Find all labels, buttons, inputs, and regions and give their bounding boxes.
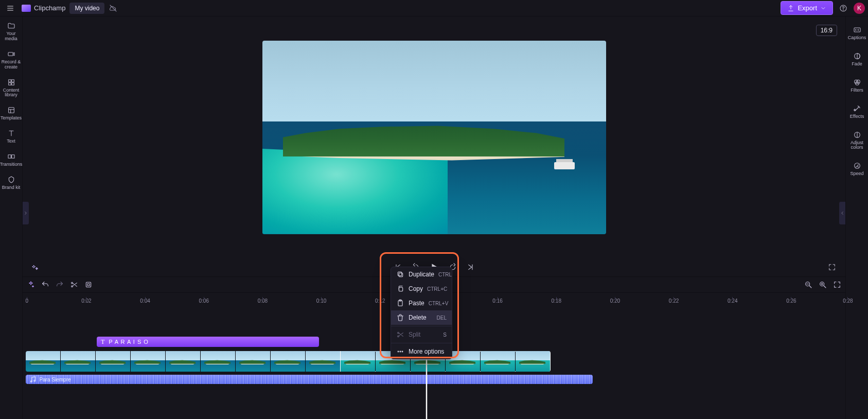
right-rail-adjust[interactable]: Adjust colors <box>846 130 868 152</box>
project-title[interactable]: My video <box>69 3 104 14</box>
ruler-tick: 0:02 <box>81 293 91 306</box>
right-sidebar: CaptionsFadeFiltersEffectsAdjust colorsS… <box>845 16 868 419</box>
svg-rect-33 <box>398 272 401 275</box>
adjust-icon <box>853 131 861 139</box>
audio-clip[interactable]: Para Siempre <box>26 375 593 384</box>
copy-icon <box>396 285 404 293</box>
video-clip[interactable] <box>26 351 341 372</box>
music-icon <box>29 375 37 383</box>
rail-label: Adjust colors <box>846 141 868 151</box>
ruler-tick: 0 <box>26 293 29 306</box>
ctx-delete[interactable]: DeleteDEL <box>391 310 452 325</box>
help-button[interactable] <box>837 2 849 14</box>
left-rail-templates[interactable]: Templates <box>0 105 22 122</box>
redo-button <box>56 281 64 289</box>
left-rail-brand[interactable]: Brand kit <box>0 174 22 191</box>
right-rail-cc[interactable]: Captions <box>846 25 868 42</box>
video-track[interactable] <box>26 351 551 372</box>
right-rail-filters[interactable]: Filters <box>846 77 868 94</box>
right-rail-effects[interactable]: Effects <box>846 103 868 120</box>
skip-end-button[interactable] <box>465 262 475 272</box>
cloud-off-icon <box>109 4 118 13</box>
video-preview[interactable] <box>262 41 606 234</box>
right-rail-speed[interactable]: Speed <box>846 161 868 178</box>
folder-icon <box>7 22 15 30</box>
right-rail-fade[interactable]: Fade <box>846 51 868 68</box>
svg-rect-21 <box>86 282 91 287</box>
export-button[interactable]: Export <box>781 1 833 15</box>
ctx-shortcut: S <box>443 332 447 338</box>
ruler-tick: 0:08 <box>258 293 268 306</box>
ruler-tick: 0:18 <box>552 293 561 306</box>
brand: Clipchamp <box>22 4 65 12</box>
ctx-shortcut: CTRL+D <box>438 272 452 277</box>
left-rail-text[interactable]: Text <box>0 128 22 145</box>
left-sidebar: Your mediaRecord & createContent library… <box>0 16 23 419</box>
cc-icon <box>853 26 861 34</box>
video-thumb <box>26 351 61 372</box>
rail-label: Filters <box>851 88 863 93</box>
ruler-tick: 0:12 <box>375 293 385 306</box>
ctx-label: More options <box>409 348 444 355</box>
ctx-shortcut: CTRL+C <box>427 286 447 292</box>
rail-label: Brand kit <box>2 185 21 190</box>
menu-button[interactable] <box>3 1 17 15</box>
ruler-tick: 0:04 <box>140 293 150 306</box>
zoom-fit-button[interactable] <box>833 281 841 289</box>
left-rail-transitions[interactable]: Transitions <box>0 151 22 168</box>
undo-button[interactable] <box>41 281 49 289</box>
zoom-in-button[interactable] <box>819 281 827 289</box>
ai-tools-button[interactable] <box>27 281 35 289</box>
svg-line-25 <box>809 286 811 288</box>
paste-icon <box>396 299 404 307</box>
duplicate-icon <box>396 270 404 278</box>
left-rail-camera[interactable]: Record & create <box>0 49 22 71</box>
transitions-icon <box>7 152 15 161</box>
fullscreen-button[interactable] <box>825 261 839 273</box>
scissors-icon <box>396 330 404 339</box>
video-thumb <box>236 351 271 372</box>
crop-button[interactable] <box>84 281 93 289</box>
rail-label: Text <box>7 139 15 144</box>
ruler-tick: 0:16 <box>492 293 502 306</box>
svg-rect-34 <box>399 287 402 291</box>
text-icon <box>7 129 15 137</box>
aspect-ratio-chip[interactable]: 16:9 <box>816 25 837 36</box>
ctx-duplicate[interactable]: DuplicateCTRL+D <box>391 267 452 282</box>
left-rail-grid[interactable]: Content library <box>0 77 22 99</box>
trash-icon <box>396 313 404 322</box>
svg-point-39 <box>398 351 399 352</box>
clip-context-menu: DuplicateCTRL+DCopyCTRL+CPasteCTRL+VDele… <box>391 267 452 359</box>
grid-icon <box>7 78 15 86</box>
title-clip[interactable]: TP A R A I S O <box>97 337 319 347</box>
rail-label: Transitions <box>0 162 22 167</box>
svg-rect-8 <box>11 79 14 82</box>
ctx-copy[interactable]: CopyCTRL+C <box>391 282 452 296</box>
rail-label: Templates <box>1 116 22 121</box>
left-rail-folder[interactable]: Your media <box>0 21 22 43</box>
topbar: Clipchamp My video Export K <box>0 0 868 16</box>
svg-rect-9 <box>8 82 11 85</box>
preview-area: 16:9 <box>23 16 845 276</box>
ctx-label: Copy <box>409 285 423 292</box>
avatar[interactable]: K <box>854 3 865 14</box>
ruler-tick: 0:28 <box>843 293 853 306</box>
split-button[interactable] <box>70 281 78 289</box>
video-thumb <box>166 351 201 372</box>
ai-magic-button[interactable] <box>28 261 42 273</box>
ctx-shortcut: DEL <box>437 315 447 321</box>
zoom-out-button[interactable] <box>804 281 812 289</box>
effects-icon <box>853 104 861 113</box>
svg-rect-42 <box>854 28 860 32</box>
ctx-more-options[interactable]: More options <box>391 344 452 359</box>
ctx-label: Duplicate <box>409 271 434 278</box>
svg-rect-22 <box>87 284 90 286</box>
ruler-tick: 0:24 <box>728 293 737 306</box>
text-icon: T <box>101 338 104 346</box>
video-thumb <box>131 351 166 372</box>
ctx-paste[interactable]: PasteCTRL+V <box>391 296 452 310</box>
svg-rect-7 <box>8 79 11 82</box>
rail-label: Speed <box>850 171 863 177</box>
ruler-tick: 0:20 <box>610 293 620 306</box>
svg-rect-32 <box>399 273 402 276</box>
